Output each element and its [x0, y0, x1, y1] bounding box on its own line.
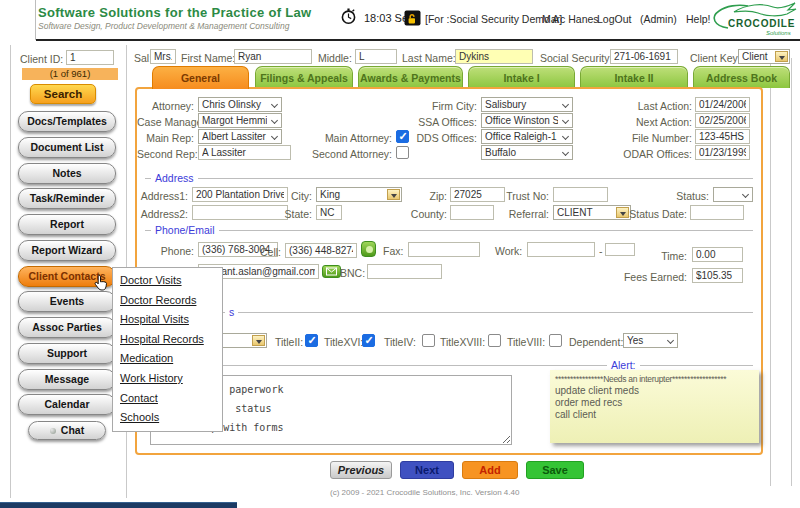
previous-button[interactable]: Previous	[330, 461, 392, 479]
title4-checkbox[interactable]	[422, 334, 435, 347]
alert-line: call client	[555, 409, 754, 421]
menu-item-medication[interactable]: Medication	[113, 349, 222, 369]
send-email-icon[interactable]	[322, 265, 341, 278]
titles-section-rule: s	[145, 312, 753, 313]
admin-link[interactable]: (Admin)	[640, 13, 677, 25]
status-date-input[interactable]	[690, 205, 744, 220]
save-button[interactable]: Save	[526, 461, 584, 479]
case-date-input[interactable]	[695, 145, 750, 160]
title8-checkbox[interactable]	[549, 334, 562, 347]
second-rep-input[interactable]	[198, 145, 291, 160]
time-input[interactable]	[692, 247, 743, 262]
last-name-label: Last Name:	[402, 52, 456, 64]
title18-checkbox[interactable]	[488, 334, 501, 347]
client-key-label: Client Key:	[690, 52, 741, 64]
sidebar-item-message[interactable]: Message	[18, 369, 116, 390]
menu-item-doctor-records[interactable]: Doctor Records	[113, 291, 222, 311]
menu-item-doctor-visits[interactable]: Doctor Visits	[113, 271, 222, 291]
tab-intake-2[interactable]: Intake II	[580, 66, 688, 88]
trust-no-input[interactable]	[553, 187, 608, 202]
menu-item-hospital-records[interactable]: Hospital Records	[113, 330, 222, 350]
first-name-input[interactable]	[234, 49, 312, 64]
second-attorney-label: Second Attorney:	[287, 148, 392, 160]
user-name-link[interactable]: Marc Hanes	[542, 13, 599, 25]
svg-text:CROCODILE: CROCODILE	[728, 18, 795, 29]
city-select[interactable]: King	[316, 187, 402, 202]
dds-offices-select[interactable]: Office Raleigh-1	[481, 129, 573, 144]
menu-item-contact[interactable]: Contact	[113, 389, 222, 409]
sidebar-item-document-list[interactable]: Document List	[18, 137, 116, 158]
add-button[interactable]: Add	[462, 461, 518, 479]
tab-awards-payments[interactable]: Awards & Payments	[358, 66, 463, 88]
client-key-select[interactable]: Client	[738, 49, 790, 64]
sidebar-item-events[interactable]: Events	[18, 291, 116, 312]
dial-button[interactable]	[361, 241, 376, 257]
next-action-label: Next Action:	[587, 116, 692, 128]
ssn-input[interactable]	[610, 49, 678, 64]
cell-input[interactable]	[285, 243, 357, 258]
firm-city-select[interactable]: Salisbury	[481, 97, 573, 112]
dependent-select[interactable]: Yes	[623, 333, 678, 348]
alert-line: update client meds	[555, 385, 754, 397]
menu-item-schools[interactable]: Schools	[113, 408, 222, 428]
app-title: Software Solutions for the Practice of L…	[38, 5, 311, 20]
tab-intake-1[interactable]: Intake I	[468, 66, 575, 88]
zip-label: Zip:	[407, 190, 447, 202]
bnc-input[interactable]	[367, 264, 442, 279]
next-button[interactable]: Next	[400, 461, 454, 479]
last-name-input[interactable]	[455, 49, 533, 64]
sidebar-item-report-wizard[interactable]: Report Wizard	[18, 240, 116, 261]
title16-checkbox[interactable]	[362, 334, 375, 347]
referral-select[interactable]: CLIENT	[553, 205, 631, 220]
crocodile-logo: CROCODILE Solutions	[706, 1, 798, 41]
attorney-select[interactable]: Chris Olinsky	[198, 97, 282, 112]
titles-section-label-fragment: s	[225, 306, 238, 318]
title2-checkbox[interactable]	[305, 334, 318, 347]
fax-input[interactable]	[408, 242, 480, 257]
ssa-offices-select[interactable]: Office Winston Sal	[481, 113, 573, 128]
fees-earned-input[interactable]	[692, 268, 743, 283]
sidebar-item-task-reminder[interactable]: Task/Reminder	[18, 188, 116, 209]
sidebar-item-docs-templates[interactable]: Docs/Templates	[18, 111, 116, 132]
odar-offices-select[interactable]: Buffalo	[481, 145, 573, 160]
sidebar-item-assoc-parties[interactable]: Assoc Parties	[18, 317, 116, 338]
client-contacts-menu: Doctor Visits Doctor Records Hospital Vi…	[112, 267, 223, 432]
file-number-label: File Number:	[587, 132, 692, 144]
tab-address-book[interactable]: Address Book	[693, 66, 790, 88]
unlock-icon[interactable]	[404, 10, 421, 26]
tab-general[interactable]: General	[152, 66, 249, 89]
state-input[interactable]	[316, 205, 342, 220]
sidebar-item-calendar[interactable]: Calendar	[18, 394, 116, 415]
alert-note: ****************Needs an interupter*****…	[550, 370, 759, 443]
case-manager-select[interactable]: Margot Hemmings	[198, 113, 282, 128]
sidebar-item-report[interactable]: Report	[18, 214, 116, 235]
general-tab-panel: Attorney: Chris Olinsky Firm City: Salis…	[135, 87, 763, 455]
referral-label: Referral:	[497, 208, 549, 220]
work-input[interactable]	[527, 242, 595, 257]
menu-item-work-history[interactable]: Work History	[113, 369, 222, 389]
header-divider	[35, 0, 36, 40]
second-attorney-checkbox[interactable]	[396, 146, 409, 159]
next-action-input[interactable]	[695, 113, 750, 128]
logout-link[interactable]: LogOut	[597, 13, 631, 25]
sidebar-item-notes[interactable]: Notes	[18, 163, 116, 184]
sidebar-item-support[interactable]: Support	[18, 343, 116, 364]
middle-input[interactable]	[355, 49, 397, 64]
attorney-label: Attorney:	[137, 100, 194, 112]
last-action-input[interactable]	[695, 97, 750, 112]
address1-label: Address1:	[137, 190, 188, 202]
search-button[interactable]: Search	[30, 84, 96, 104]
main-rep-select[interactable]: Albert Lassiter	[198, 129, 282, 144]
client-id-input[interactable]	[66, 50, 114, 65]
fees-earned-label: Fees Earned:	[617, 271, 687, 283]
tab-filings-appeals[interactable]: Filings & Appeals	[255, 66, 353, 88]
file-number-input[interactable]	[695, 129, 750, 144]
state-label: State:	[267, 208, 312, 220]
county-input[interactable]	[450, 205, 494, 220]
dds-offices-label: DDS Offices:	[372, 132, 477, 144]
salutation-input[interactable]	[150, 49, 176, 64]
dropdown-arrow-icon	[775, 51, 788, 62]
status-select[interactable]	[713, 187, 753, 202]
sidebar-item-chat[interactable]: Chat	[28, 421, 106, 440]
menu-item-hospital-visits[interactable]: Hospital Visits	[113, 310, 222, 330]
